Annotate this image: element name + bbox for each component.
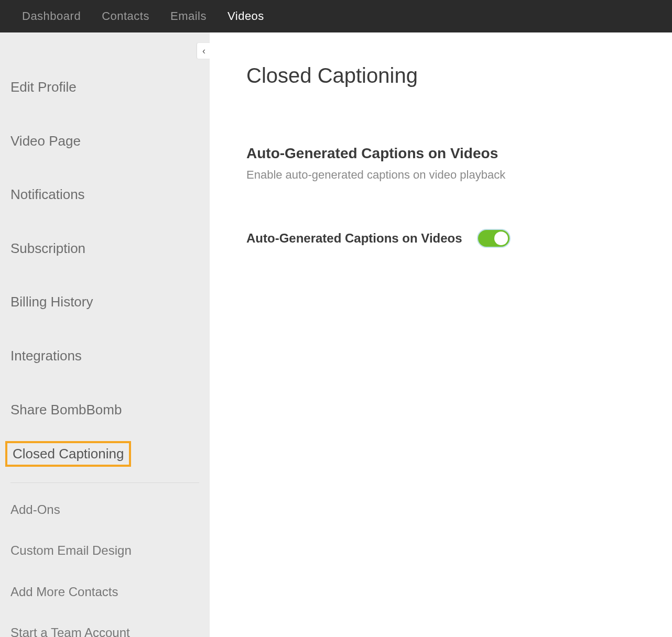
sidebar-collapse-button[interactable]: ‹ [197, 43, 211, 59]
sidebar: ‹ Edit Profile Video Page Notifications … [0, 32, 210, 637]
sidebar-item-billing-history[interactable]: Billing History [0, 283, 210, 321]
nav-videos[interactable]: Videos [227, 9, 264, 23]
sidebar-item-custom-email-design[interactable]: Custom Email Design [0, 540, 210, 562]
main-content: Closed Captioning Auto-Generated Caption… [210, 32, 672, 637]
section-title: Auto-Generated Captions on Videos [246, 145, 672, 162]
sidebar-item-edit-profile[interactable]: Edit Profile [0, 68, 210, 106]
top-nav: Dashboard Contacts Emails Videos [0, 0, 672, 32]
sidebar-item-add-more-contacts[interactable]: Add More Contacts [0, 581, 210, 603]
section-description: Enable auto-generated captions on video … [246, 168, 672, 182]
sidebar-item-share-bombbomb[interactable]: Share BombBomb [0, 391, 210, 429]
auto-captions-toggle[interactable] [477, 229, 511, 248]
nav-contacts[interactable]: Contacts [102, 9, 149, 23]
page-title: Closed Captioning [246, 64, 672, 87]
sidebar-divider [10, 482, 199, 483]
sidebar-item-add-ons[interactable]: Add-Ons [0, 499, 210, 521]
auto-captions-toggle-row: Auto-Generated Captions on Videos [246, 229, 672, 248]
nav-dashboard[interactable]: Dashboard [22, 9, 81, 23]
sidebar-item-closed-captioning[interactable]: Closed Captioning [5, 441, 131, 467]
sidebar-item-video-page[interactable]: Video Page [0, 122, 210, 160]
sidebar-item-notifications[interactable]: Notifications [0, 175, 210, 214]
sidebar-item-integrations[interactable]: Integrations [0, 337, 210, 375]
sidebar-item-subscription[interactable]: Subscription [0, 229, 210, 268]
auto-captions-toggle-label: Auto-Generated Captions on Videos [246, 231, 462, 246]
sidebar-item-start-team-account[interactable]: Start a Team Account [0, 622, 210, 637]
chevron-left-icon: ‹ [202, 46, 205, 57]
nav-emails[interactable]: Emails [170, 9, 207, 23]
